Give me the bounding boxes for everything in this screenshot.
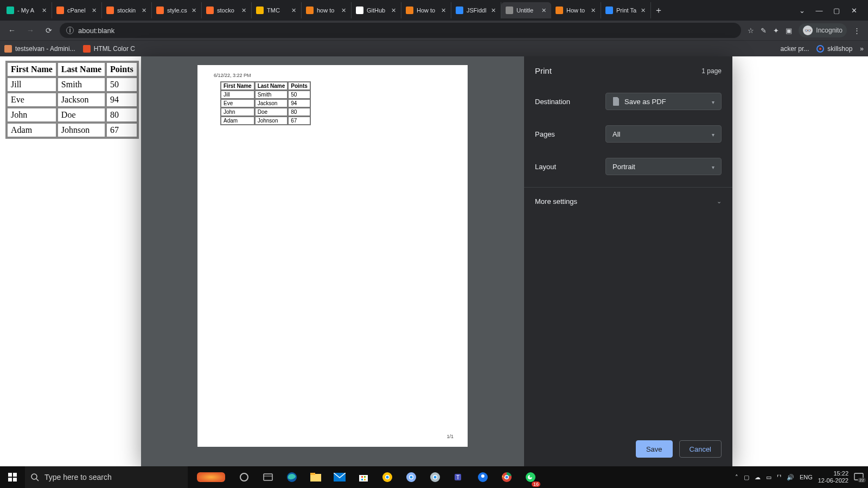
mail-icon[interactable] <box>330 467 349 487</box>
bookmark-item[interactable]: acker pr... <box>781 45 809 53</box>
meet-now-icon[interactable]: ▢ <box>744 474 749 481</box>
chrome-beta-icon[interactable] <box>401 467 421 487</box>
table-cell: Adam <box>7 123 56 137</box>
volume-icon[interactable]: 🔊 <box>787 474 794 481</box>
whatsapp-icon[interactable]: 16 <box>521 467 540 487</box>
kebab-menu-icon[interactable]: ⋮ <box>853 27 860 35</box>
maps-icon[interactable] <box>473 467 493 487</box>
tab-close-icon[interactable]: ✕ <box>142 7 147 14</box>
bookmark-star-icon[interactable]: ☆ <box>748 27 754 35</box>
table-row: AdamJohnson67 <box>221 117 310 125</box>
print-preview-area[interactable]: 6/12/22, 3:22 PM First NameLast NamePoin… <box>141 56 524 466</box>
close-window-icon[interactable]: ✕ <box>850 7 858 15</box>
bookmark-item[interactable]: testselvan - Admini... <box>4 45 75 53</box>
svg-point-6 <box>31 474 37 479</box>
browser-tab[interactable]: How to ✕ <box>401 2 451 18</box>
windows-taskbar: Type here to search T 16 ˄ ▢ ☁ ▭ ⸢⸣ 🔊 EN… <box>0 466 868 488</box>
layout-select[interactable]: Portrait <box>605 158 722 175</box>
edit-icon[interactable]: ✎ <box>761 27 767 35</box>
cortana-icon[interactable] <box>234 467 254 487</box>
chrome-icon[interactable] <box>497 467 516 487</box>
task-view-icon[interactable] <box>258 467 278 487</box>
destination-select[interactable]: Save as PDF <box>605 93 722 110</box>
wifi-icon[interactable]: ⸢⸣ <box>777 474 781 481</box>
svg-rect-18 <box>364 476 366 478</box>
tab-close-icon[interactable]: ✕ <box>341 7 347 14</box>
browser-tab[interactable]: stocko ✕ <box>202 2 252 18</box>
bookmark-overflow-icon[interactable]: » <box>860 45 864 53</box>
browser-tab[interactable]: Print Ta ✕ <box>601 2 651 18</box>
table-cell: Doe <box>255 108 288 116</box>
save-button[interactable]: Save <box>636 440 673 458</box>
svg-point-1 <box>819 48 821 50</box>
new-tab-button[interactable]: ＋ <box>651 5 666 16</box>
extensions-icon[interactable]: ✦ <box>773 27 779 35</box>
svg-rect-2 <box>8 473 12 477</box>
tab-close-icon[interactable]: ✕ <box>241 7 247 14</box>
edge-icon[interactable] <box>282 467 302 487</box>
tab-close-icon[interactable]: ✕ <box>591 7 596 14</box>
browser-tab[interactable]: How to ✕ <box>551 2 601 18</box>
tab-favicon <box>306 7 314 14</box>
tray-overflow-icon[interactable]: ˄ <box>735 474 738 481</box>
minimize-icon[interactable]: — <box>815 7 824 15</box>
browser-tab[interactable]: cPanel ✕ <box>52 2 102 18</box>
chrome-dev-icon[interactable] <box>425 467 445 487</box>
bookmark-item[interactable]: skillshop <box>816 45 852 53</box>
teams-icon[interactable]: T <box>449 467 469 487</box>
destination-label: Destination <box>535 98 605 106</box>
browser-tab-bar: - My A ✕ cPanel ✕ stockin ✕ style.cs ✕ s… <box>0 0 868 21</box>
battery-icon[interactable]: ▭ <box>766 474 771 481</box>
bookmark-label: HTML Color C <box>94 45 135 53</box>
table-cell: 67 <box>106 123 137 137</box>
browser-tab[interactable]: GitHub ✕ <box>352 2 401 18</box>
browser-tab[interactable]: how to ✕ <box>302 2 352 18</box>
cancel-button[interactable]: Cancel <box>679 440 722 458</box>
reload-button[interactable]: ⟳ <box>41 23 56 38</box>
page-content-area: First NameLast NamePointsJillSmith50EveJ… <box>0 56 868 466</box>
browser-tab[interactable]: JSFiddl ✕ <box>451 2 501 18</box>
destination-value: Save as PDF <box>624 98 666 106</box>
maximize-icon[interactable]: ▢ <box>832 7 841 15</box>
taskbar-clock[interactable]: 15:22 12-06-2022 <box>818 470 848 484</box>
tab-label: JSFiddl <box>467 7 488 14</box>
taskbar-weather-widget[interactable] <box>192 467 230 487</box>
svg-rect-20 <box>364 479 366 480</box>
tab-close-icon[interactable]: ✕ <box>641 7 646 14</box>
tab-close-icon[interactable]: ✕ <box>291 7 297 14</box>
notifications-icon[interactable]: 22 <box>854 473 864 481</box>
svg-rect-16 <box>359 475 368 481</box>
side-panel-icon[interactable]: ▣ <box>786 27 792 35</box>
onedrive-icon[interactable]: ☁ <box>755 474 761 481</box>
language-indicator[interactable]: ENG <box>800 474 813 480</box>
back-button[interactable]: ← <box>4 23 20 38</box>
tab-close-icon[interactable]: ✕ <box>491 7 496 14</box>
taskbar-search[interactable]: Type here to search <box>25 466 188 488</box>
browser-tab[interactable]: - My A ✕ <box>2 2 52 18</box>
tab-close-icon[interactable]: ✕ <box>541 7 547 14</box>
pages-select[interactable]: All <box>605 125 722 143</box>
file-explorer-icon[interactable] <box>306 467 326 487</box>
site-info-icon[interactable]: i <box>66 27 74 34</box>
bookmark-favicon <box>83 45 91 53</box>
dropdown-icon[interactable]: ⌄ <box>797 7 806 15</box>
tab-close-icon[interactable]: ✕ <box>192 7 197 14</box>
store-icon[interactable] <box>354 467 373 487</box>
more-settings-toggle[interactable]: More settings ⌄ <box>524 187 732 215</box>
chrome-canary-icon[interactable] <box>378 467 397 487</box>
bookmark-item[interactable]: HTML Color C <box>83 45 135 53</box>
tab-label: stocko <box>217 7 238 14</box>
tab-close-icon[interactable]: ✕ <box>92 7 97 14</box>
url-input[interactable]: i about:blank <box>60 23 741 38</box>
start-button[interactable] <box>0 473 25 481</box>
browser-tab[interactable]: Untitle ✕ <box>501 2 551 18</box>
tab-close-icon[interactable]: ✕ <box>441 7 446 14</box>
browser-tab[interactable]: style.cs ✕ <box>152 2 202 18</box>
browser-tab[interactable]: TMC ✕ <box>252 2 302 18</box>
browser-tab[interactable]: stockin ✕ <box>102 2 152 18</box>
tab-close-icon[interactable]: ✕ <box>391 7 397 14</box>
forward-button[interactable]: → <box>23 23 38 38</box>
system-tray: ˄ ▢ ☁ ▭ ⸢⸣ 🔊 ENG 15:22 12-06-2022 22 <box>731 470 868 484</box>
tab-close-icon[interactable]: ✕ <box>42 7 47 14</box>
preview-timestamp: 6/12/22, 3:22 PM <box>214 73 251 78</box>
